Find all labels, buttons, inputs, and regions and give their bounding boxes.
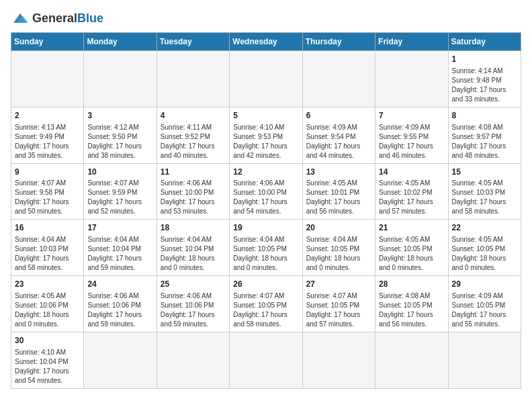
day-info: Sunrise: 4:06 AM Sunset: 10:06 PM Daylig… [87, 291, 152, 329]
weekday-header-saturday: Saturday [448, 33, 521, 51]
day-number: 24 [87, 279, 152, 290]
day-info: Sunrise: 4:05 AM Sunset: 10:06 PM Daylig… [15, 291, 80, 329]
day-number: 12 [233, 167, 298, 178]
weekday-header-monday: Monday [84, 33, 157, 51]
day-info: Sunrise: 4:06 AM Sunset: 10:00 PM Daylig… [233, 179, 298, 216]
calendar-week-2: 2Sunrise: 4:13 AM Sunset: 9:49 PM Daylig… [11, 107, 521, 163]
day-number: 25 [161, 279, 226, 290]
calendar-cell: 10Sunrise: 4:07 AM Sunset: 9:59 PM Dayli… [84, 163, 157, 220]
calendar-cell: 30Sunrise: 4:10 AM Sunset: 10:04 PM Dayl… [11, 332, 84, 388]
page-header: GeneralBlue [11, 11, 521, 26]
day-info: Sunrise: 4:06 AM Sunset: 10:06 PM Daylig… [161, 291, 226, 329]
calendar-cell [448, 332, 521, 388]
logo-text: GeneralBlue [32, 11, 103, 26]
calendar-cell [84, 51, 157, 107]
calendar-cell: 6Sunrise: 4:09 AM Sunset: 9:54 PM Daylig… [302, 107, 375, 163]
calendar-cell: 22Sunrise: 4:05 AM Sunset: 10:05 PM Dayl… [448, 220, 521, 276]
day-number: 11 [161, 167, 226, 178]
day-info: Sunrise: 4:07 AM Sunset: 9:59 PM Dayligh… [87, 179, 152, 216]
calendar-week-4: 16Sunrise: 4:04 AM Sunset: 10:03 PM Dayl… [11, 220, 521, 276]
day-info: Sunrise: 4:06 AM Sunset: 10:00 PM Daylig… [161, 179, 226, 216]
calendar-cell: 3Sunrise: 4:12 AM Sunset: 9:50 PM Daylig… [84, 107, 157, 163]
day-info: Sunrise: 4:05 AM Sunset: 10:03 PM Daylig… [452, 179, 517, 216]
day-info: Sunrise: 4:08 AM Sunset: 9:57 PM Dayligh… [452, 123, 517, 161]
calendar-cell: 5Sunrise: 4:10 AM Sunset: 9:53 PM Daylig… [230, 107, 302, 163]
calendar-cell [157, 332, 229, 388]
calendar-cell [375, 51, 448, 107]
calendar-cell [302, 51, 375, 107]
day-number: 7 [379, 110, 444, 122]
weekday-header-thursday: Thursday [302, 33, 375, 51]
day-info: Sunrise: 4:11 AM Sunset: 9:52 PM Dayligh… [161, 123, 226, 161]
calendar-cell: 16Sunrise: 4:04 AM Sunset: 10:03 PM Dayl… [11, 220, 84, 276]
calendar-cell: 7Sunrise: 4:09 AM Sunset: 9:55 PM Daylig… [375, 107, 448, 163]
calendar-cell: 28Sunrise: 4:08 AM Sunset: 10:05 PM Dayl… [375, 276, 448, 332]
day-info: Sunrise: 4:07 AM Sunset: 10:05 PM Daylig… [233, 291, 298, 329]
calendar-week-5: 23Sunrise: 4:05 AM Sunset: 10:06 PM Dayl… [11, 276, 521, 332]
calendar-cell: 23Sunrise: 4:05 AM Sunset: 10:06 PM Dayl… [11, 276, 84, 332]
calendar-week-3: 9Sunrise: 4:07 AM Sunset: 9:58 PM Daylig… [11, 163, 521, 220]
calendar-cell: 27Sunrise: 4:07 AM Sunset: 10:05 PM Dayl… [302, 276, 375, 332]
calendar-cell: 4Sunrise: 4:11 AM Sunset: 9:52 PM Daylig… [157, 107, 229, 163]
day-number: 26 [233, 279, 298, 290]
day-number: 14 [379, 167, 444, 178]
day-number: 2 [15, 110, 80, 122]
day-info: Sunrise: 4:04 AM Sunset: 10:05 PM Daylig… [306, 235, 371, 273]
day-number: 16 [15, 222, 80, 234]
day-info: Sunrise: 4:13 AM Sunset: 9:49 PM Dayligh… [15, 123, 80, 161]
day-number: 1 [452, 54, 517, 65]
day-info: Sunrise: 4:14 AM Sunset: 9:48 PM Dayligh… [452, 66, 517, 104]
calendar-cell [230, 332, 302, 388]
calendar-cell: 2Sunrise: 4:13 AM Sunset: 9:49 PM Daylig… [11, 107, 84, 163]
calendar-cell [302, 332, 375, 388]
day-info: Sunrise: 4:05 AM Sunset: 10:01 PM Daylig… [306, 179, 371, 216]
calendar-cell [11, 51, 84, 107]
calendar-cell: 19Sunrise: 4:04 AM Sunset: 10:05 PM Dayl… [230, 220, 302, 276]
calendar-cell [84, 332, 157, 388]
day-number: 4 [161, 110, 226, 122]
calendar-cell: 17Sunrise: 4:04 AM Sunset: 10:04 PM Dayl… [84, 220, 157, 276]
day-number: 10 [87, 167, 152, 178]
day-info: Sunrise: 4:08 AM Sunset: 10:05 PM Daylig… [379, 291, 444, 329]
calendar-cell: 14Sunrise: 4:05 AM Sunset: 10:02 PM Dayl… [375, 163, 448, 220]
calendar-cell: 24Sunrise: 4:06 AM Sunset: 10:06 PM Dayl… [84, 276, 157, 332]
day-info: Sunrise: 4:05 AM Sunset: 10:05 PM Daylig… [379, 235, 444, 273]
day-number: 22 [452, 222, 517, 234]
calendar-cell: 12Sunrise: 4:06 AM Sunset: 10:00 PM Dayl… [230, 163, 302, 220]
day-info: Sunrise: 4:10 AM Sunset: 10:04 PM Daylig… [15, 348, 80, 385]
day-number: 9 [15, 167, 80, 178]
weekday-header-sunday: Sunday [11, 33, 84, 51]
calendar-table: SundayMondayTuesdayWednesdayThursdayFrid… [11, 32, 521, 389]
day-number: 17 [87, 222, 152, 234]
day-number: 28 [379, 279, 444, 290]
calendar-cell [157, 51, 229, 107]
day-info: Sunrise: 4:05 AM Sunset: 10:02 PM Daylig… [379, 179, 444, 216]
day-number: 5 [233, 110, 298, 122]
day-info: Sunrise: 4:07 AM Sunset: 9:58 PM Dayligh… [15, 179, 80, 216]
calendar-cell: 21Sunrise: 4:05 AM Sunset: 10:05 PM Dayl… [375, 220, 448, 276]
calendar-cell: 15Sunrise: 4:05 AM Sunset: 10:03 PM Dayl… [448, 163, 521, 220]
day-number: 18 [161, 222, 226, 234]
day-number: 19 [233, 222, 298, 234]
day-number: 6 [306, 110, 371, 122]
calendar-cell [230, 51, 302, 107]
weekday-header-row: SundayMondayTuesdayWednesdayThursdayFrid… [11, 33, 521, 51]
day-info: Sunrise: 4:04 AM Sunset: 10:04 PM Daylig… [161, 235, 226, 273]
calendar-cell: 29Sunrise: 4:09 AM Sunset: 10:05 PM Dayl… [448, 276, 521, 332]
weekday-header-friday: Friday [375, 33, 448, 51]
day-number: 23 [15, 279, 80, 290]
calendar-cell: 13Sunrise: 4:05 AM Sunset: 10:01 PM Dayl… [302, 163, 375, 220]
calendar-cell: 18Sunrise: 4:04 AM Sunset: 10:04 PM Dayl… [157, 220, 229, 276]
day-number: 8 [452, 110, 517, 122]
calendar-cell: 26Sunrise: 4:07 AM Sunset: 10:05 PM Dayl… [230, 276, 302, 332]
day-number: 13 [306, 167, 371, 178]
day-info: Sunrise: 4:09 AM Sunset: 9:55 PM Dayligh… [379, 123, 444, 161]
day-info: Sunrise: 4:05 AM Sunset: 10:05 PM Daylig… [452, 235, 517, 273]
weekday-header-wednesday: Wednesday [230, 33, 302, 51]
day-info: Sunrise: 4:04 AM Sunset: 10:04 PM Daylig… [87, 235, 152, 273]
calendar-week-1: 1Sunrise: 4:14 AM Sunset: 9:48 PM Daylig… [11, 51, 521, 107]
calendar-cell [375, 332, 448, 388]
day-info: Sunrise: 4:09 AM Sunset: 10:05 PM Daylig… [452, 291, 517, 329]
calendar-cell: 11Sunrise: 4:06 AM Sunset: 10:00 PM Dayl… [157, 163, 229, 220]
calendar-cell: 25Sunrise: 4:06 AM Sunset: 10:06 PM Dayl… [157, 276, 229, 332]
